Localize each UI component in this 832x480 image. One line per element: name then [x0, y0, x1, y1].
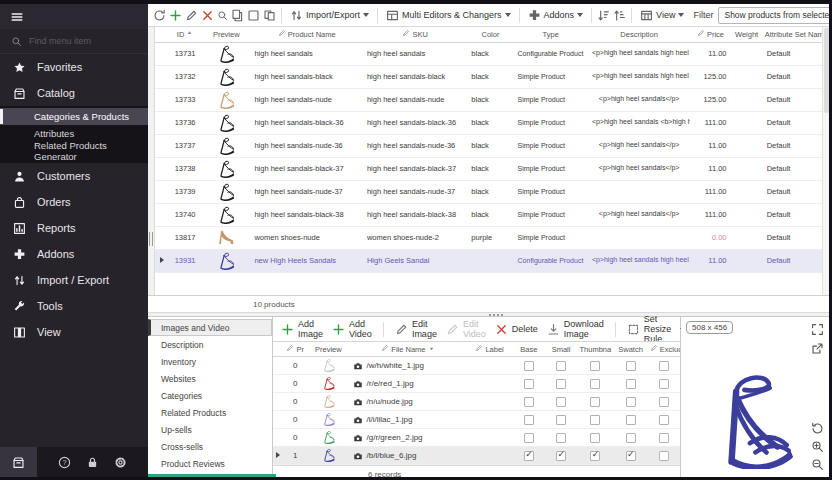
image-row[interactable]: 0 /l/i/lilac_1.jpg [273, 411, 680, 429]
column-header-exclude[interactable]: Exclude [648, 342, 680, 357]
image-row[interactable]: 0 /r/e/red_1.jpg [273, 375, 680, 393]
category-filter-select[interactable]: Show products from selected categories [718, 7, 829, 24]
sort-za-button[interactable] [613, 6, 626, 24]
swatch-checkbox[interactable] [626, 415, 636, 425]
sidebar-item-view[interactable]: View [0, 319, 148, 345]
small-checkbox[interactable] [556, 451, 566, 461]
tab-description[interactable]: Description [148, 336, 272, 353]
exclude-checkbox[interactable] [659, 433, 669, 443]
fullscreen-icon[interactable] [811, 323, 824, 336]
swatch-checkbox[interactable] [626, 451, 636, 461]
tab-images-and-video[interactable]: Images and Video [148, 319, 272, 336]
sidebar-item-favorites[interactable]: Favorites [0, 54, 148, 80]
sidebar-item-tools[interactable]: Tools [0, 293, 148, 319]
gear-icon[interactable] [114, 456, 127, 469]
table-row[interactable]: 13732 high heel sandals-black high heel … [155, 65, 822, 88]
edit-button[interactable] [185, 6, 198, 24]
small-checkbox[interactable] [556, 397, 566, 407]
exclude-checkbox[interactable] [659, 379, 669, 389]
edit-image-button[interactable]: Edit Image [395, 319, 437, 339]
table-row[interactable]: 13737 high heel sandals-nude-36 high hee… [155, 134, 822, 157]
addons-dropdown-button[interactable]: Addons [525, 8, 587, 23]
column-header-color[interactable]: Color [467, 27, 513, 42]
tab-product-reviews[interactable]: Product Reviews [148, 455, 272, 472]
vertical-scrollbar[interactable] [822, 27, 829, 295]
panel-splitter[interactable] [148, 27, 155, 295]
base-checkbox[interactable] [524, 397, 534, 407]
rotate-icon[interactable] [811, 422, 824, 435]
view-dropdown-button[interactable]: View [637, 8, 687, 23]
column-header-swatch[interactable]: Swatch [613, 342, 647, 357]
column-header-label[interactable]: Label [466, 342, 512, 357]
search-button[interactable] [217, 6, 228, 24]
checkbox-button[interactable] [247, 6, 260, 24]
column-header-attribute-set-name[interactable]: Attribute Set Name [763, 27, 822, 42]
column-header-sku[interactable]: SKU [363, 27, 467, 42]
thumbnail-checkbox[interactable] [590, 433, 600, 443]
column-header-base[interactable]: Base [513, 342, 545, 357]
catalog-mode-button[interactable] [0, 447, 37, 477]
tab-websites[interactable]: Websites [148, 370, 272, 387]
swatch-checkbox[interactable] [626, 361, 636, 371]
external-link-icon[interactable] [811, 342, 824, 355]
thumbnail-checkbox[interactable] [590, 361, 600, 371]
sidebar-item-customers[interactable]: Customers [0, 163, 148, 189]
sidebar-search[interactable] [0, 29, 148, 54]
tab-related-products[interactable]: Related Products [148, 404, 272, 421]
base-checkbox[interactable] [524, 415, 534, 425]
table-row[interactable]: 13931 new High Heels Sandals High Geels … [155, 249, 822, 272]
import-export-dropdown-button[interactable]: Import/Export [287, 8, 372, 23]
column-header-thumbna[interactable]: Thumbna [577, 342, 613, 357]
delete-button[interactable]: Delete [495, 323, 538, 336]
table-row[interactable]: 13731 high heel sandals high heel sandal… [155, 42, 822, 65]
copy-button[interactable] [231, 6, 244, 24]
add-image-button[interactable]: Add Image [281, 319, 323, 339]
thumbnail-checkbox[interactable] [590, 415, 600, 425]
column-header-price[interactable]: Price [690, 27, 730, 42]
sidebar-item-related-products-generator[interactable]: Related Products Generator [0, 142, 148, 159]
delete-button[interactable] [201, 6, 214, 24]
column-header-description[interactable]: Description [588, 27, 690, 42]
small-checkbox[interactable] [556, 433, 566, 443]
sidebar-item-categories-products[interactable]: Categories & Products [0, 108, 148, 125]
table-row[interactable]: 13817 women shoes-nude women shoes-nude-… [155, 226, 822, 249]
exclude-checkbox[interactable] [659, 397, 669, 407]
swatch-checkbox[interactable] [626, 379, 636, 389]
column-header-pr[interactable]: Pr [283, 342, 307, 357]
column-header-type[interactable]: Type [514, 27, 588, 42]
help-icon[interactable]: ? [58, 456, 71, 469]
swatch-checkbox[interactable] [626, 397, 636, 407]
column-header-product-name[interactable]: Product Name [250, 27, 363, 42]
base-checkbox[interactable] [524, 433, 534, 443]
thumbnail-checkbox[interactable] [590, 451, 600, 461]
swatch-checkbox[interactable] [626, 433, 636, 443]
column-header-id[interactable]: ID [168, 27, 202, 42]
menu-search-input[interactable] [29, 36, 129, 46]
image-row[interactable]: 0 /w/h/white_1.jpg [273, 357, 680, 375]
column-header-small[interactable]: Small [545, 342, 577, 357]
sidebar-item-reports[interactable]: Reports [0, 215, 148, 241]
tab-categories[interactable]: Categories [148, 387, 272, 404]
sidebar-item-orders[interactable]: Orders [0, 189, 148, 215]
table-row[interactable]: 13739 high heel sandals-nude-37 high hee… [155, 180, 822, 203]
thumbnail-checkbox[interactable] [590, 397, 600, 407]
image-row[interactable]: 1 /b/l/blue_6.jpg [273, 447, 680, 465]
exclude-checkbox[interactable] [659, 415, 669, 425]
thumbnail-checkbox[interactable] [590, 379, 600, 389]
table-row[interactable]: 13733 high heel sandals-nude high heel s… [155, 88, 822, 111]
refresh-button[interactable] [153, 6, 166, 24]
download-image-button[interactable]: Download Image [547, 319, 604, 339]
column-header-preview[interactable]: Preview [307, 342, 349, 357]
hamburger-menu-button[interactable] [0, 4, 148, 29]
column-header-preview[interactable]: Preview [202, 27, 250, 42]
multi-editors-changers-dropdown-button[interactable]: Multi Editors & Changers [383, 8, 514, 23]
zoom-in-icon[interactable] [811, 440, 824, 453]
table-row[interactable]: 13738 high heel sandals-black-37 high he… [155, 157, 822, 180]
base-checkbox[interactable] [524, 361, 534, 371]
image-row[interactable]: 0 /n/u/nude.jpg [273, 393, 680, 411]
tab-inventory[interactable]: Inventory [148, 353, 272, 370]
lock-icon[interactable] [86, 456, 99, 469]
set-resize-rule-button[interactable]: Set Resize Rule [627, 314, 672, 344]
duplicate-button[interactable] [263, 6, 276, 24]
sidebar-item-addons[interactable]: Addons [0, 241, 148, 267]
